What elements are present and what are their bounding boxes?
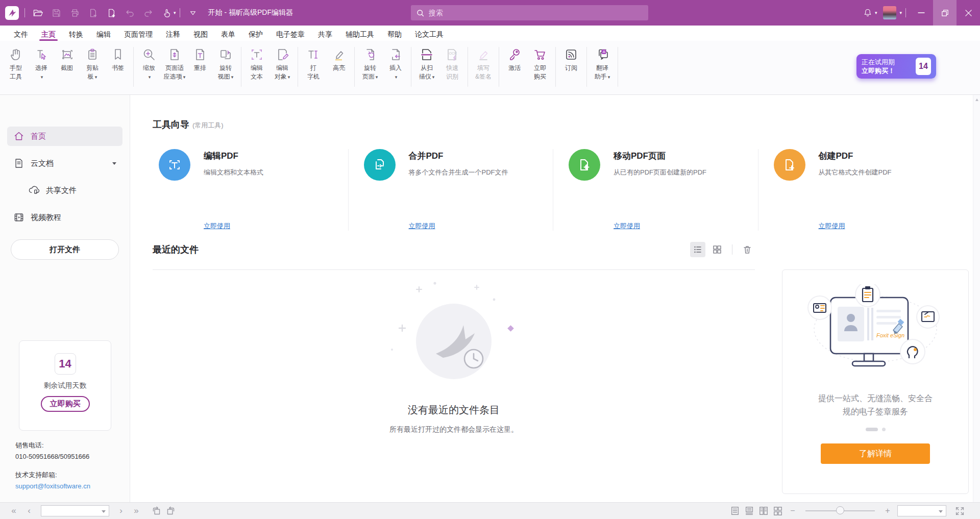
previous-page-button[interactable] (21, 503, 37, 518)
vertical-scrollbar[interactable] (973, 95, 980, 502)
first-page-button[interactable] (6, 503, 21, 518)
tab-form[interactable]: 表单 (214, 26, 242, 41)
tab-view[interactable]: 视图 (187, 26, 214, 41)
snapshot-button[interactable]: 截图 (54, 46, 80, 72)
tab-share[interactable]: 共享 (311, 26, 339, 41)
hand-tool-caret-icon[interactable]: ▾ (174, 10, 176, 15)
redo-icon[interactable] (139, 4, 157, 21)
activate-button[interactable]: 激活 (502, 46, 527, 72)
global-search[interactable] (411, 5, 648, 20)
zoom-in-button[interactable] (880, 503, 895, 518)
chevron-down-icon[interactable] (112, 162, 116, 165)
tab-esign[interactable]: 电子签章 (270, 26, 311, 41)
tab-file[interactable]: 文件 (7, 26, 35, 41)
tab-convert[interactable]: 转换 (62, 26, 90, 41)
collapse-ribbon-icon[interactable] (184, 4, 202, 21)
open-file-button[interactable]: 打开文件 (11, 239, 119, 260)
use-now-link[interactable]: 立即使用 (614, 221, 706, 231)
print-icon[interactable] (65, 4, 84, 21)
pagination-dot[interactable] (882, 428, 886, 431)
tool-card-create-pdf[interactable]: 创建PDF 从其它格式文件创建PDF 立即使用 (758, 149, 963, 231)
zoom-out-button[interactable] (785, 503, 800, 518)
zoom-button[interactable]: 缩放 (136, 46, 162, 81)
translate-icon: A (594, 46, 611, 63)
buy-now-button[interactable]: 立即购买 (527, 46, 553, 81)
rotate-right-button[interactable] (163, 504, 178, 518)
page-number-input[interactable] (41, 506, 125, 516)
zoom-level-combobox[interactable] (897, 505, 946, 516)
single-page-view-button[interactable] (728, 504, 742, 518)
list-view-button[interactable] (690, 242, 705, 257)
typewriter-button[interactable]: 打字机 (301, 46, 326, 81)
clear-recent-trash-button[interactable] (740, 242, 755, 257)
undo-icon[interactable] (120, 4, 139, 21)
learn-more-button[interactable]: 了解详情 (821, 443, 930, 464)
tab-comment[interactable]: 注释 (159, 26, 187, 41)
facing-page-view-button[interactable] (756, 504, 771, 518)
open-file-icon[interactable] (29, 4, 47, 21)
tab-edit[interactable]: 编辑 (90, 26, 117, 41)
tab-paper-tools[interactable]: 论文工具 (408, 26, 450, 41)
fill-sign-button[interactable]: 填写&签名 (471, 46, 496, 81)
rotate-left-button[interactable] (149, 504, 163, 518)
facing-continuous-view-button[interactable] (771, 504, 785, 518)
restore-button[interactable] (933, 0, 957, 26)
tab-help[interactable]: 帮助 (381, 26, 408, 41)
quick-ocr-button[interactable]: OCR 快速识别 (439, 46, 465, 81)
grid-view-button[interactable] (709, 242, 725, 257)
select-tool-button[interactable]: 选择 (29, 46, 54, 81)
search-input[interactable] (429, 9, 643, 17)
tool-card-edit-pdf[interactable]: 编辑PDF 编辑文档和文本格式 立即使用 (153, 149, 348, 231)
from-scanner-button[interactable]: 从扫描仪 (414, 46, 439, 81)
hand-tool-button[interactable]: 手型工具 (3, 46, 29, 81)
insert-page-button[interactable]: 插入 (383, 46, 408, 81)
edit-object-button[interactable]: 编辑对象 (270, 46, 295, 81)
page-number-combobox[interactable] (41, 505, 109, 516)
use-now-link[interactable]: 立即使用 (819, 221, 892, 231)
close-button[interactable] (957, 0, 980, 26)
sidebar-item-shared-files[interactable]: 共享文件 (7, 181, 122, 200)
zoom-slider[interactable] (805, 510, 875, 511)
bookmark-button[interactable]: 书签 (105, 46, 131, 72)
merge-pdf-icon (364, 149, 396, 181)
last-page-button[interactable] (129, 503, 144, 518)
edit-text-button[interactable]: 编辑文本 (244, 46, 270, 81)
page-add-icon[interactable] (102, 4, 120, 21)
translate-assistant-button[interactable]: A 翻译助手 (590, 46, 615, 81)
fit-page-options-button[interactable]: 页面适应选项 (162, 46, 187, 81)
save-icon[interactable] (47, 4, 65, 21)
promo-pagination[interactable] (782, 428, 968, 431)
tab-home[interactable]: 主页 (35, 26, 62, 41)
page-remove-icon[interactable] (84, 4, 102, 21)
user-avatar[interactable] (883, 6, 896, 19)
subscribe-button[interactable]: 订阅 (558, 46, 584, 72)
buy-now-pill-button[interactable]: 立即购买 (41, 396, 90, 412)
sidebar-item-home[interactable]: 首页 (7, 127, 122, 146)
sidebar-item-cloud-docs[interactable]: 云文档 (7, 154, 122, 173)
zoom-slider-thumb[interactable] (836, 506, 844, 514)
reflow-button[interactable]: 重排 (187, 46, 213, 72)
tab-page-management[interactable]: 页面管理 (117, 26, 159, 41)
rotate-view-button[interactable]: 旋转视图 (213, 46, 238, 81)
account-caret-icon[interactable]: ▾ (899, 10, 902, 15)
zoom-level-input[interactable] (898, 506, 980, 516)
tool-card-merge-pdf[interactable]: 合并PDF 将多个文件合并生成一个PDF文件 立即使用 (348, 149, 553, 231)
highlight-button[interactable]: 高亮 (326, 46, 352, 72)
use-now-link[interactable]: 立即使用 (204, 221, 263, 231)
use-now-link[interactable]: 立即使用 (409, 221, 508, 231)
notifications-caret-icon[interactable]: ▾ (875, 10, 877, 15)
sidebar-item-video-tutorials[interactable]: 视频教程 (7, 208, 122, 227)
support-mail-link[interactable]: support@foxitsoftware.cn (15, 481, 90, 492)
minimize-button[interactable] (910, 0, 933, 26)
trial-period-badge[interactable]: 正在试用期 立即购买！ 14 (856, 54, 936, 79)
pagination-dot-active[interactable] (866, 428, 878, 431)
continuous-page-view-button[interactable] (742, 504, 756, 518)
rotate-page-button[interactable]: 旋转页面 (357, 46, 383, 81)
clipboard-button[interactable]: 剪贴板 (80, 46, 105, 81)
hand-pointer-icon[interactable] (157, 4, 176, 21)
notifications-bell-icon[interactable] (859, 4, 877, 21)
tool-card-move-pdf-pages[interactable]: 移动PDF页面 从已有的PDF页面创建新的PDF 立即使用 (553, 149, 758, 231)
tab-accessibility[interactable]: 辅助工具 (339, 26, 381, 41)
ribbon-separator (499, 47, 499, 87)
tab-protect[interactable]: 保护 (242, 26, 270, 41)
